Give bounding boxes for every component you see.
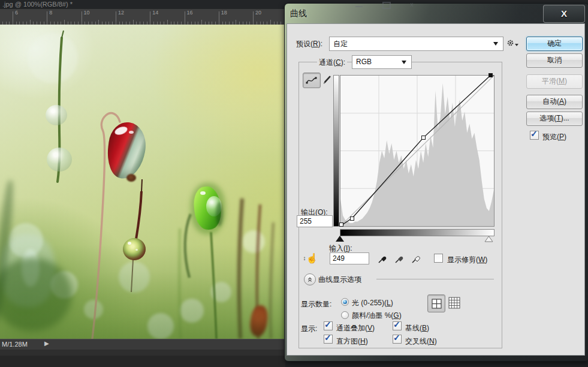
curve-point-selected[interactable]	[489, 73, 493, 77]
ruler-number: 16	[187, 10, 193, 16]
bokeh-light	[84, 300, 103, 319]
capsule-tip	[126, 174, 136, 182]
water-droplet	[46, 105, 67, 125]
water-droplet	[47, 148, 72, 172]
preset-options-gear-button[interactable]	[506, 37, 518, 48]
specular-highlight	[114, 125, 129, 137]
status-bar	[0, 339, 285, 350]
photoshop-window: .jpg @ 100%(RGB/8#) * x 68101214161820	[0, 0, 588, 367]
curve-chart	[340, 76, 494, 226]
output-gradient-bar	[333, 75, 339, 227]
horizontal-scrollbar[interactable]	[0, 350, 285, 356]
light-radio-label[interactable]: 光 (0-255)(L)	[352, 298, 393, 308]
fine-grid-button[interactable]	[448, 296, 461, 309]
gray-point-eyedropper-button[interactable]	[393, 252, 405, 265]
input-gradient-bar	[340, 229, 494, 236]
document-tab-title: .jpg @ 100%(RGB/8#) *	[2, 1, 73, 8]
baseline-checkbox[interactable]: ✓	[393, 321, 402, 330]
channel-value: RGB	[356, 58, 372, 66]
pencil-icon	[322, 74, 332, 86]
light-radio[interactable]	[341, 298, 349, 306]
black-point-eyedropper-button[interactable]	[376, 252, 388, 265]
auto-button[interactable]: 自动(A)	[526, 95, 583, 109]
bokeh-light	[28, 33, 78, 83]
ruler-number: 20	[255, 10, 261, 16]
highlight-slider-icon[interactable]	[484, 236, 493, 242]
white-point-eyedropper-button[interactable]	[410, 252, 422, 265]
ok-button[interactable]: 确定	[526, 37, 583, 51]
cancel-button[interactable]: 取消	[526, 53, 583, 68]
curve-point[interactable]	[350, 216, 354, 221]
intersection-label[interactable]: 交叉线(N)	[405, 336, 437, 347]
smooth-button: 平滑(M)	[526, 74, 583, 89]
draw-curve-pencil-button[interactable]	[321, 73, 332, 86]
shadow-slider-icon[interactable]	[336, 236, 344, 242]
green-capsule	[192, 185, 222, 231]
curve-plot-area[interactable]	[340, 75, 494, 227]
eyedropper-gray-icon	[394, 252, 405, 264]
pointing-hand-icon: ☝	[306, 252, 318, 264]
gear-icon	[506, 38, 514, 47]
check-icon: ✓	[393, 320, 400, 329]
specular-highlight	[129, 131, 134, 134]
intersection-checkbox[interactable]: ✓	[393, 335, 402, 344]
red-capsule-droplet	[105, 121, 149, 181]
ruler-number: 10	[84, 10, 90, 16]
specular-highlight	[128, 242, 131, 245]
targeted-adjustment-tool-button[interactable]: ↕ ☝	[301, 250, 320, 266]
collapse-section-button[interactable]	[304, 273, 316, 285]
close-window-icon[interactable]: x	[404, 1, 420, 8]
histogram-label[interactable]: 直方图(H)	[336, 336, 368, 347]
channel-label: 通道(C):	[317, 58, 347, 68]
check-icon: ✓	[393, 333, 400, 342]
channel-dropdown[interactable]: RGB	[352, 55, 412, 69]
specular-highlight	[200, 191, 206, 195]
show-amount-label: 显示数量:	[301, 299, 331, 309]
eyedropper-white-icon	[411, 252, 421, 264]
foliage-shadow	[0, 258, 72, 331]
chevron-down-icon	[402, 61, 406, 64]
maximize-icon[interactable]	[378, 1, 393, 8]
radio-dot-icon	[343, 300, 347, 304]
bokeh-light	[147, 313, 174, 339]
double-chevron-up-icon	[306, 276, 313, 283]
capsule-shadow	[216, 202, 223, 226]
dialog-title: 曲线	[290, 8, 307, 19]
options-button[interactable]: 选项(T)...	[526, 112, 583, 126]
histogram-checkbox[interactable]: ✓	[324, 335, 333, 344]
curve-tool-icon	[306, 76, 318, 85]
blurred-red-capsule	[249, 304, 270, 337]
preview-checkbox[interactable]: ✓	[530, 131, 539, 140]
preview-label[interactable]: 预览(P)	[542, 132, 566, 142]
ruler-number: 8	[49, 10, 52, 16]
curve-point[interactable]	[421, 136, 426, 140]
status-flyout-arrow-icon[interactable]: ▶	[44, 340, 49, 347]
curve-point-tool-button[interactable]	[303, 73, 321, 88]
curve-display-options-header[interactable]: 曲线显示选项	[318, 275, 361, 285]
dialog-close-button[interactable]: X	[543, 5, 585, 23]
preset-label: 预设(R):	[296, 39, 322, 49]
preset-value: 自定	[333, 39, 348, 49]
check-icon: ✓	[324, 333, 331, 342]
document-size-text: M/1.28M	[2, 341, 28, 348]
minimize-icon[interactable]	[351, 1, 367, 8]
baseline-label[interactable]: 基线(B)	[405, 323, 429, 333]
horizontal-ruler[interactable]: 68101214161820	[0, 9, 285, 25]
bokeh-light	[50, 271, 78, 299]
show-label: 显示:	[301, 324, 317, 334]
quarter-grid-button[interactable]	[427, 294, 445, 312]
bokeh-light	[211, 282, 231, 302]
channel-overlay-checkbox[interactable]: ✓	[324, 321, 333, 330]
curve-point[interactable]	[339, 222, 343, 227]
show-clipping-label[interactable]: 显示修剪(W)	[447, 255, 487, 265]
bokeh-light	[119, 261, 150, 293]
check-icon: ✓	[530, 129, 538, 139]
input-value-field[interactable]	[330, 252, 369, 264]
bokeh-light	[0, 234, 55, 307]
image-canvas[interactable]	[0, 25, 285, 339]
pigment-radio[interactable]	[341, 311, 349, 319]
show-clipping-checkbox[interactable]	[434, 254, 443, 263]
output-value-field[interactable]	[297, 215, 333, 227]
channel-overlay-label[interactable]: 通道叠加(V)	[336, 323, 375, 333]
preset-dropdown[interactable]: 自定	[329, 37, 503, 51]
